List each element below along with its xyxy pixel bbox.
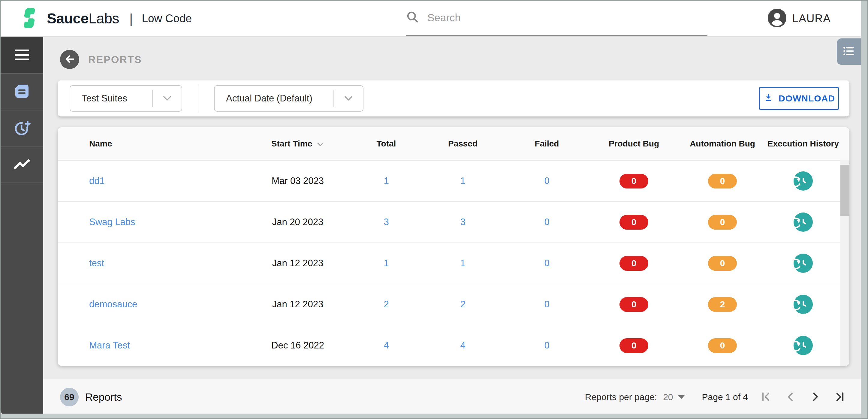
suite-filter-dropdown[interactable]: Test Suites xyxy=(70,85,182,112)
passed-link[interactable]: 3 xyxy=(460,217,465,228)
automation-bug-badge[interactable]: 0 xyxy=(708,215,737,230)
filter-bar: Test Suites Actual Date (Default) xyxy=(58,81,849,116)
pagination-controls: Reports per page: 20 Page 1 of 4 xyxy=(585,389,847,405)
search-input[interactable] xyxy=(427,12,707,24)
column-header-passed: Passed xyxy=(421,127,505,160)
previous-page-button[interactable] xyxy=(783,389,798,405)
execution-history-button[interactable] xyxy=(794,253,813,273)
page-status: Page 1 of 4 xyxy=(702,392,748,402)
clock-plus-icon xyxy=(12,118,32,139)
failed-link[interactable]: 0 xyxy=(544,340,549,351)
passed-link[interactable]: 4 xyxy=(460,340,465,351)
chevron-down-icon xyxy=(334,90,363,107)
passed-link[interactable]: 1 xyxy=(460,258,465,269)
topbar: SauceLabs | Low Code LAURA xyxy=(1,1,861,37)
brand: SauceLabs | Low Code xyxy=(18,7,192,31)
next-page-button[interactable] xyxy=(807,389,823,405)
per-page-select[interactable]: 20 xyxy=(663,392,684,402)
sidebar-item-schedule[interactable] xyxy=(1,110,43,147)
table-header-row: Name Start Time Total Passed Failed Prod… xyxy=(58,127,849,160)
column-header-start-time[interactable]: Start Time xyxy=(244,127,352,160)
product-bug-badge[interactable]: 0 xyxy=(619,174,648,188)
total-link[interactable]: 1 xyxy=(383,176,389,186)
execution-history-button[interactable] xyxy=(794,171,813,190)
failed-link[interactable]: 0 xyxy=(544,176,549,186)
user-menu[interactable]: LAURA xyxy=(768,1,831,37)
avatar-icon xyxy=(768,9,786,29)
execution-history-button[interactable] xyxy=(794,295,813,314)
last-page-icon xyxy=(834,391,846,404)
start-time: Jan 12 2023 xyxy=(272,258,323,269)
product-bug-badge[interactable]: 0 xyxy=(619,338,648,353)
column-header-product-bug: Product Bug xyxy=(589,127,679,160)
last-page-button[interactable] xyxy=(832,389,847,405)
product-bug-badge[interactable]: 0 xyxy=(619,297,648,312)
passed-link[interactable]: 1 xyxy=(460,176,465,186)
report-name-link[interactable]: demosauce xyxy=(89,299,137,310)
automation-bug-badge[interactable]: 0 xyxy=(708,256,737,271)
total-link[interactable]: 4 xyxy=(383,340,389,351)
download-label: DOWNLOAD xyxy=(779,93,835,103)
sidebar-item-reports[interactable] xyxy=(1,147,43,183)
suite-filter-value: Test Suites xyxy=(70,93,152,104)
column-header-execution-history: Execution History xyxy=(766,127,840,160)
table-row: dd1 Mar 03 2023 1 1 0 0 0 xyxy=(58,160,849,201)
total-link[interactable]: 2 xyxy=(383,299,389,310)
window-frame-bottom xyxy=(1,414,861,418)
page-title: REPORTS xyxy=(88,54,142,65)
reports-table: Name Start Time Total Passed Failed Prod… xyxy=(58,127,849,366)
column-header-total: Total xyxy=(352,127,421,160)
automation-bug-badge[interactable]: 2 xyxy=(708,297,737,312)
back-button[interactable] xyxy=(60,50,79,69)
automation-bug-badge[interactable]: 0 xyxy=(708,338,737,353)
total-link[interactable]: 3 xyxy=(383,217,389,228)
brand-name: SauceLabs xyxy=(47,10,119,27)
report-name-link[interactable]: dd1 xyxy=(89,176,105,186)
document-icon xyxy=(12,81,32,102)
window-frame-right xyxy=(861,1,867,418)
download-icon xyxy=(763,92,774,105)
dropdown-triangle-icon xyxy=(678,395,685,399)
passed-link[interactable]: 2 xyxy=(460,299,465,310)
main-content: REPORTS Test Suites Actual Date (Default… xyxy=(43,37,861,415)
table-scrollbar[interactable] xyxy=(840,160,849,366)
sort-chevron-icon xyxy=(316,140,324,149)
download-button[interactable]: DOWNLOAD xyxy=(759,87,839,110)
failed-link[interactable]: 0 xyxy=(544,217,549,228)
body: REPORTS Test Suites Actual Date (Default… xyxy=(1,37,867,415)
history-icon xyxy=(794,187,813,191)
date-filter-dropdown[interactable]: Actual Date (Default) xyxy=(214,85,364,112)
history-icon xyxy=(794,310,813,315)
total-link[interactable]: 1 xyxy=(383,258,389,269)
filter-divider xyxy=(198,84,198,113)
history-icon xyxy=(794,228,813,233)
report-name-link[interactable]: Mara Test xyxy=(89,340,130,351)
table-scrollbar-thumb[interactable] xyxy=(840,165,849,216)
column-header-automation-bug: Automation Bug xyxy=(679,127,766,160)
report-name-link[interactable]: test xyxy=(89,258,104,269)
sidebar-menu-button[interactable] xyxy=(1,37,43,73)
trend-line-icon xyxy=(12,155,31,175)
history-icon xyxy=(794,269,813,274)
failed-link[interactable]: 0 xyxy=(544,258,549,269)
product-bug-badge[interactable]: 0 xyxy=(619,256,648,271)
report-name-link[interactable]: Swag Labs xyxy=(89,217,135,228)
arrow-left-icon xyxy=(64,53,75,66)
failed-link[interactable]: 0 xyxy=(544,299,549,310)
first-page-button[interactable] xyxy=(758,389,774,405)
search-bar[interactable] xyxy=(406,1,707,36)
column-header-failed: Failed xyxy=(505,127,589,160)
list-icon xyxy=(842,44,856,59)
start-time: Jan 12 2023 xyxy=(272,299,323,310)
automation-bug-badge[interactable]: 0 xyxy=(708,174,737,188)
execution-history-button[interactable] xyxy=(794,336,813,355)
product-bug-badge[interactable]: 0 xyxy=(619,215,648,230)
table-row: Swag Labs Jan 20 2023 3 3 0 0 0 xyxy=(58,201,849,242)
list-view-tab[interactable] xyxy=(837,38,861,65)
per-page-label: Reports per page: xyxy=(585,392,657,402)
sidebar-item-documents[interactable] xyxy=(1,73,43,110)
reports-count-label: Reports xyxy=(85,391,122,403)
execution-history-button[interactable] xyxy=(794,212,813,232)
chevron-left-icon xyxy=(784,391,797,404)
sidebar xyxy=(1,37,43,415)
